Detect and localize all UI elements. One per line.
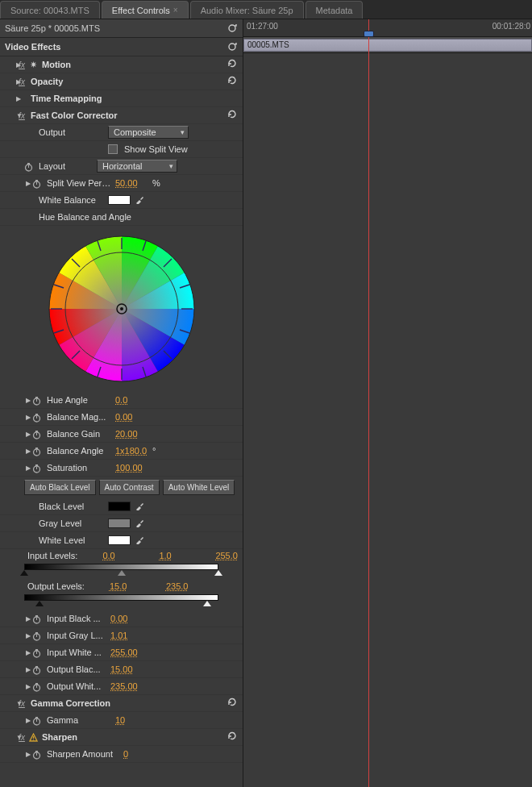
fx-icon[interactable]: fx xyxy=(16,699,27,708)
reset-icon[interactable] xyxy=(225,110,239,121)
tab-effect-controls[interactable]: Effect Controls × xyxy=(102,1,189,19)
twirl-icon[interactable] xyxy=(24,649,32,656)
twirl-icon[interactable] xyxy=(24,397,32,404)
stopwatch-icon[interactable] xyxy=(32,412,44,422)
twirl-icon[interactable] xyxy=(24,448,32,455)
saturation-value[interactable]: 100.00 xyxy=(113,463,153,473)
output-white-value[interactable]: 235.00 xyxy=(108,681,148,691)
twirl-icon[interactable] xyxy=(3,734,16,741)
twirl-icon[interactable] xyxy=(24,717,32,724)
twirl-icon[interactable] xyxy=(24,464,32,472)
layout-dropdown[interactable]: Horizontal xyxy=(97,160,177,173)
balance-mag-value[interactable]: 0.00 xyxy=(113,412,153,422)
stopwatch-icon[interactable] xyxy=(32,749,44,759)
input-white-value[interactable]: 255.00 xyxy=(108,648,148,657)
stopwatch-icon[interactable] xyxy=(32,715,44,725)
eyedropper-icon[interactable] xyxy=(135,535,145,545)
reset-icon[interactable] xyxy=(225,59,239,70)
close-icon[interactable]: × xyxy=(173,6,178,15)
fx-icon[interactable]: fx xyxy=(16,733,27,742)
effect-sharpen[interactable]: fx Sharpen xyxy=(0,729,243,746)
tab-audio-mixer[interactable]: Audio Mixer: Säure 25p xyxy=(190,1,304,19)
stopwatch-icon[interactable] xyxy=(32,614,44,623)
param-white-balance: White Balance xyxy=(0,192,243,209)
stopwatch-icon[interactable] xyxy=(32,648,44,657)
auto-white-level-button[interactable]: Auto White Level xyxy=(163,480,235,495)
reset-icon[interactable] xyxy=(225,76,239,87)
twirl-icon[interactable] xyxy=(24,683,32,690)
effect-motion[interactable]: fx ✷ Motion xyxy=(0,56,243,73)
twirl-icon[interactable] xyxy=(24,180,32,187)
twirl-icon[interactable] xyxy=(3,112,16,119)
effect-fast-color-corrector[interactable]: fx Fast Color Corrector xyxy=(0,107,243,124)
keyframe-timeline[interactable]: 01:27:00 00:01:28:0 00005.MTS xyxy=(243,19,532,787)
twirl-icon[interactable] xyxy=(24,666,32,673)
output-levels-black[interactable]: 15.0 xyxy=(107,581,148,591)
stopwatch-icon[interactable] xyxy=(32,395,44,405)
stopwatch-icon[interactable] xyxy=(32,178,44,188)
fx-icon[interactable]: fx xyxy=(16,111,27,120)
twirl-icon[interactable] xyxy=(3,95,16,102)
effect-time-remapping[interactable]: Time Remapping xyxy=(0,90,243,107)
split-pct-value[interactable]: 50.00 xyxy=(113,178,153,188)
twirl-icon[interactable] xyxy=(3,61,16,69)
twirl-icon[interactable] xyxy=(24,615,32,623)
tab-source[interactable]: Source: 00043.MTS xyxy=(0,1,100,19)
eyedropper-icon[interactable] xyxy=(135,518,145,528)
stopwatch-icon[interactable] xyxy=(32,631,44,640)
tab-metadata[interactable]: Metadata xyxy=(305,1,364,19)
input-black-value[interactable]: 0.00 xyxy=(108,614,148,623)
reset-icon[interactable] xyxy=(225,731,239,743)
stopwatch-icon[interactable] xyxy=(32,429,44,439)
hue-angle-value[interactable]: 0.0 xyxy=(113,395,153,405)
input-levels-white[interactable]: 255.0 xyxy=(213,551,243,560)
clip-bar[interactable]: 00005.MTS xyxy=(243,39,532,52)
twirl-icon[interactable] xyxy=(24,632,32,639)
stopwatch-icon[interactable] xyxy=(32,664,44,674)
balance-gain-value[interactable]: 20.00 xyxy=(113,429,153,439)
playhead[interactable] xyxy=(368,19,369,787)
gray-level-swatch[interactable] xyxy=(108,518,131,528)
eyedropper-icon[interactable] xyxy=(135,502,145,511)
white-balance-swatch[interactable] xyxy=(108,195,131,205)
output-levels-row: Output Levels: 15.0 235.0 xyxy=(0,580,243,593)
output-black-value[interactable]: 15.00 xyxy=(108,664,148,674)
auto-black-level-button[interactable]: Auto Black Level xyxy=(24,480,96,495)
stopwatch-icon[interactable] xyxy=(32,681,44,691)
output-levels-white[interactable]: 235.0 xyxy=(164,581,204,591)
balance-angle-value[interactable]: 1x180.0 xyxy=(113,446,153,456)
show-split-checkbox[interactable] xyxy=(108,144,118,154)
time-ruler[interactable]: 01:27:00 00:01:28:0 xyxy=(243,19,532,37)
twirl-icon[interactable] xyxy=(3,700,16,707)
stopwatch-icon[interactable] xyxy=(24,161,35,171)
auto-contrast-button[interactable]: Auto Contrast xyxy=(99,480,160,495)
effect-gamma-correction[interactable]: fx Gamma Correction xyxy=(0,695,243,712)
fx-icon[interactable]: fx xyxy=(16,77,27,86)
twirl-icon[interactable] xyxy=(24,414,32,421)
stopwatch-icon[interactable] xyxy=(32,446,44,456)
white-level-swatch[interactable] xyxy=(108,535,131,545)
stopwatch-icon[interactable] xyxy=(32,463,44,473)
balance-gain-label: Balance Gain xyxy=(44,429,113,439)
section-toggle-icon[interactable] xyxy=(227,41,238,52)
input-levels-black[interactable]: 0.0 xyxy=(100,551,140,560)
black-level-swatch[interactable] xyxy=(108,502,131,511)
output-dropdown[interactable]: Composite xyxy=(108,126,189,139)
color-wheel[interactable] xyxy=(0,226,243,392)
twirl-icon[interactable] xyxy=(24,431,32,438)
input-gray-value[interactable]: 1.01 xyxy=(108,631,148,640)
output-white-label: Output Whit... xyxy=(44,681,108,691)
input-levels-slider[interactable] xyxy=(24,564,218,575)
eyedropper-icon[interactable] xyxy=(135,195,145,205)
playhead-handle-icon[interactable] xyxy=(364,31,374,37)
panel-menu-icon[interactable] xyxy=(227,23,238,34)
twirl-icon[interactable] xyxy=(24,751,32,758)
output-levels-slider[interactable] xyxy=(24,594,218,606)
effect-opacity[interactable]: fx Opacity xyxy=(0,73,243,90)
sharpen-amount-value[interactable]: 0 xyxy=(121,749,161,759)
gamma-value[interactable]: 10 xyxy=(113,715,153,725)
input-levels-gray[interactable]: 1.0 xyxy=(156,551,197,560)
fx-icon[interactable]: fx xyxy=(16,60,27,69)
twirl-icon[interactable] xyxy=(3,78,16,85)
reset-icon[interactable] xyxy=(225,697,239,709)
